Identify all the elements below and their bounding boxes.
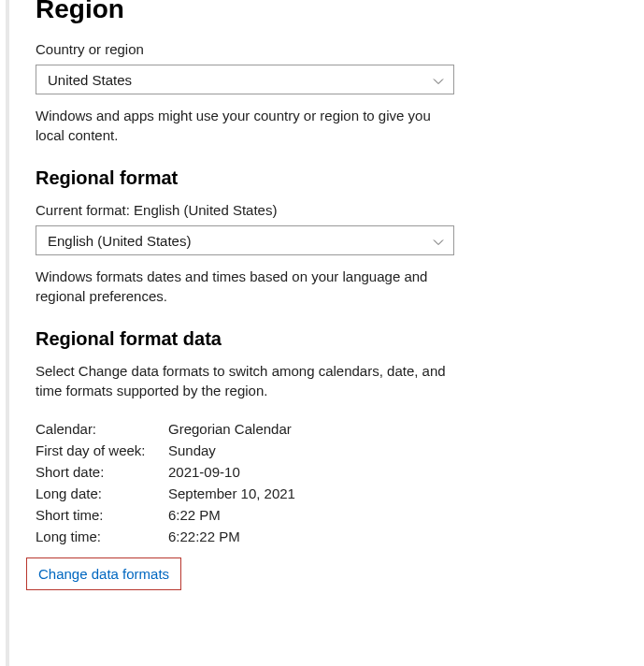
country-dropdown-value: United States <box>48 72 132 88</box>
region-settings-panel: Region Country or region United States W… <box>0 0 644 590</box>
regional-format-dropdown[interactable]: English (United States) <box>36 225 454 255</box>
long-date-value: September 10, 2021 <box>168 485 295 501</box>
first-day-label: First day of week: <box>36 442 168 458</box>
regional-format-helper-text: Windows formats dates and times based on… <box>36 267 456 306</box>
table-row: Long time: 6:22:22 PM <box>36 528 607 544</box>
long-date-label: Long date: <box>36 485 168 501</box>
long-time-value: 6:22:22 PM <box>168 528 240 544</box>
regional-format-dropdown-value: English (United States) <box>48 233 191 249</box>
regional-format-data-helper-text: Select Change data formats to switch amo… <box>36 361 456 400</box>
country-dropdown[interactable]: United States <box>36 65 454 94</box>
long-time-label: Long time: <box>36 528 168 544</box>
short-time-value: 6:22 PM <box>168 507 221 523</box>
format-data-table: Calendar: Gregorian Calendar First day o… <box>36 421 607 544</box>
country-label: Country or region <box>36 41 607 57</box>
country-helper-text: Windows and apps might use your country … <box>36 106 456 145</box>
chevron-down-icon <box>433 72 444 88</box>
regional-format-data-heading: Regional format data <box>36 328 607 350</box>
short-date-value: 2021-09-10 <box>168 464 240 480</box>
regional-format-heading: Regional format <box>36 167 607 189</box>
table-row: Calendar: Gregorian Calendar <box>36 421 607 437</box>
chevron-down-icon <box>433 233 444 249</box>
calendar-value: Gregorian Calendar <box>168 421 292 437</box>
table-row: Short date: 2021-09-10 <box>36 464 607 480</box>
short-time-label: Short time: <box>36 507 168 523</box>
table-row: Long date: September 10, 2021 <box>36 485 607 501</box>
change-data-formats-link[interactable]: Change data formats <box>27 558 180 589</box>
change-data-formats-highlight: Change data formats <box>26 557 181 590</box>
table-row: Short time: 6:22 PM <box>36 507 607 523</box>
calendar-label: Calendar: <box>36 421 168 437</box>
current-format-label: Current format: English (United States) <box>36 202 607 218</box>
page-title: Region <box>36 0 607 24</box>
table-row: First day of week: Sunday <box>36 442 607 458</box>
first-day-value: Sunday <box>168 442 216 458</box>
scroll-edge <box>6 0 9 666</box>
short-date-label: Short date: <box>36 464 168 480</box>
